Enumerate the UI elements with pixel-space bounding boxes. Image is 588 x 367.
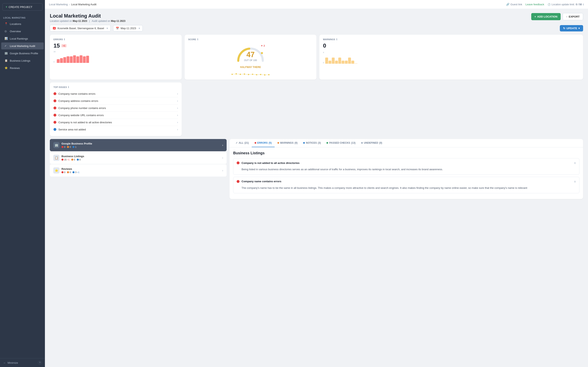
audit-section-listings-name: Business Listings: [61, 155, 84, 158]
flag-icon: 🇨🇭: [52, 26, 56, 30]
w-bar-5: [338, 58, 341, 64]
score-info-icon[interactable]: ℹ: [197, 38, 198, 41]
update-button[interactable]: ↻ UPDATE ▾: [560, 25, 583, 32]
clock-icon: 🕐: [547, 3, 551, 6]
tab-notices[interactable]: NOTICES (3): [300, 139, 324, 147]
tab-passed[interactable]: PASSED CHECKS (13): [324, 139, 358, 147]
warnings-label: WARNINGS ℹ: [323, 38, 580, 41]
reviews-badge-red: 0: [61, 171, 65, 174]
location-limit-label: Location update limit:: [552, 3, 575, 6]
w-bar-6: [342, 61, 344, 64]
svg-point-5: [248, 74, 249, 75]
audit-issue-1-header[interactable]: Company name contains errors ∧: [233, 177, 579, 186]
breadcrumb-parent[interactable]: Local Marketing: [49, 3, 68, 6]
bar-1: [57, 59, 60, 63]
issue-item-3[interactable]: Company website URL contains errors ›: [53, 112, 178, 119]
listings-dot-red: [61, 158, 64, 161]
tab-all[interactable]: ✓ ALL (21): [233, 139, 252, 147]
top-issues-info-icon[interactable]: ℹ: [68, 86, 69, 89]
sidebar-item-overview[interactable]: ◎ Overview: [1, 28, 44, 35]
tab-undefined[interactable]: UNDEFINED (0): [358, 139, 385, 147]
audit-issue-0-header[interactable]: Company is not added to all active direc…: [233, 158, 579, 167]
help-icon[interactable]: ?: [38, 361, 42, 365]
warnings-card: WARNINGS ℹ 0 4 0: [319, 35, 583, 80]
warnings-value: 0: [323, 42, 326, 49]
sidebar-item-local-marketing-audit[interactable]: ✓ Local Marketing Audit: [1, 42, 44, 50]
listings-count-red: 15: [64, 158, 67, 161]
audit-section-title: Business Listings: [233, 151, 580, 155]
leave-feedback-button[interactable]: Leave feedback: [526, 3, 544, 6]
sidebar-item-local-rankings[interactable]: 📊 Local Rankings: [1, 35, 44, 42]
issue-item-1[interactable]: Company address contains errors ›: [53, 97, 178, 105]
cards-row: ERRORS ℹ 15 +1 16 0: [50, 35, 583, 136]
create-project-button[interactable]: + CREATE PROJECT: [2, 3, 42, 11]
issue-item-4[interactable]: Company is not added to all active direc…: [53, 119, 178, 126]
tab-errors[interactable]: ERRORS (5): [252, 139, 275, 147]
audit-section-listings-info: Business Listings 15 +1 0: [61, 155, 84, 161]
minimize-button[interactable]: ← Minimize ?: [0, 358, 45, 367]
audit-section-reviews-left: ⭐ Reviews 0 0: [53, 167, 79, 174]
sidebar-item-locations[interactable]: 📍 Locations: [1, 20, 44, 27]
errors-delta: +1: [61, 44, 67, 47]
w-bar-7: [345, 61, 348, 64]
issue-text-2: Company phone number contains errors: [59, 107, 175, 110]
issue-item-2[interactable]: Company phone number contains errors ›: [53, 105, 178, 112]
tab-notices-label: NOTICES: [306, 142, 317, 144]
sidebar-item-overview-label: Overview: [10, 30, 21, 33]
add-location-button[interactable]: + ADD LOCATION: [531, 13, 561, 20]
svg-point-10: [268, 74, 269, 75]
location-limit-value: 0 / 50: [576, 3, 582, 6]
score-center: 47 OUT OF 100: [244, 50, 257, 61]
create-project-label: CREATE PROJECT: [8, 6, 32, 8]
listings-badge-red: 15 +1: [61, 158, 70, 161]
sidebar-item-business-listings[interactable]: 📋 Business Listings: [1, 57, 44, 64]
score-halfway-label: HALFWAY THERE: [240, 66, 261, 69]
tab-undefined-label: UNDEFINED: [364, 142, 378, 144]
bar-4: [67, 56, 69, 63]
page-header: Local Marketing Audit Location updated o…: [50, 13, 583, 23]
reviews-dot-blue: [73, 171, 75, 173]
audit-section-gbp[interactable]: 🏢 Google Business Profile 0 0: [50, 139, 227, 151]
issue-item-0[interactable]: Company name contains errors ›: [53, 90, 178, 97]
overview-icon: ◎: [5, 30, 8, 33]
audit-section-gbp-icon: 🏢: [53, 142, 59, 148]
issue-item-5[interactable]: Service area not added ›: [53, 126, 178, 133]
tab-warnings[interactable]: WARNINGS (0): [275, 139, 301, 147]
audit-section-listings-icon: 📋: [53, 155, 59, 161]
audit-section-reviews[interactable]: ⭐ Reviews 0 0: [50, 164, 227, 176]
w-bar-4: [335, 61, 338, 64]
audit-section-gbp-left: 🏢 Google Business Profile 0 0: [53, 142, 92, 148]
listings-dot-orange: [71, 158, 73, 161]
audit-section-listings[interactable]: 📋 Business Listings 15 +1: [50, 152, 227, 164]
bar-9: [83, 56, 86, 63]
errors-info-icon[interactable]: ℹ: [64, 38, 65, 41]
location-filter-value: Kosmetik Basel, Sternengasse 6, Basel: [58, 27, 104, 30]
chevron-down-icon-2: ▾: [139, 27, 140, 30]
date-filter[interactable]: 📅 May-11 2023 ▾: [113, 25, 143, 32]
audit-section-reviews-icon: ⭐: [53, 167, 59, 174]
location-filter[interactable]: 🇨🇭 Kosmetik Basel, Sternengasse 6, Basel…: [50, 25, 111, 32]
bar-6: [73, 55, 76, 63]
svg-point-0: [261, 52, 263, 54]
sidebar-item-google-business-profile[interactable]: 🏢 Google Business Profile: [1, 50, 44, 57]
bar-2: [60, 58, 63, 63]
audit-issue-1-dot: [237, 180, 239, 183]
svg-point-1: [232, 74, 233, 75]
issue-dot-error-3: [53, 114, 56, 117]
add-icon: +: [535, 15, 536, 18]
tab-passed-dot: [327, 142, 328, 144]
tab-warnings-label: WARNINGS: [280, 142, 294, 144]
guest-link-button[interactable]: 🔗 Guest link: [506, 3, 522, 6]
warnings-info-icon[interactable]: ℹ: [336, 38, 337, 41]
export-button[interactable]: ↑ EXPORT: [563, 13, 583, 20]
score-of: OUT OF 100: [244, 59, 257, 61]
guest-link-label: Guest link: [510, 3, 522, 6]
page-title: Local Marketing Audit: [50, 13, 125, 19]
sidebar-item-local-rankings-label: Local Rankings: [10, 37, 28, 40]
svg-point-3: [240, 74, 241, 75]
issue-text-0: Company name contains errors: [59, 92, 175, 95]
errors-value: 15: [53, 42, 60, 49]
issue-text-4: Company is not added to all active direc…: [59, 121, 175, 124]
sidebar-item-reviews[interactable]: ⭐ Reviews: [1, 65, 44, 71]
chevron-down-icon: ▾: [107, 27, 108, 30]
